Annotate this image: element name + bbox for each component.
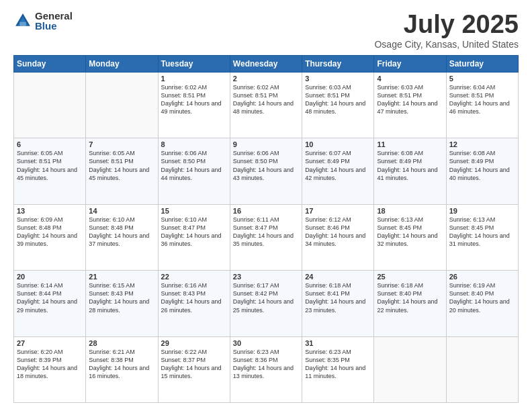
day-number: 22 [161, 273, 227, 281]
calendar-day-header: Tuesday [158, 55, 230, 72]
day-number: 23 [233, 273, 299, 281]
calendar-day-header: Thursday [302, 55, 374, 72]
day-number: 21 [89, 273, 154, 281]
calendar-cell: 29Sunrise: 6:22 AMSunset: 8:37 PMDayligh… [158, 336, 230, 402]
page: General Blue July 2025 Osage City, Kansa… [0, 0, 532, 411]
calendar-cell: 10Sunrise: 6:07 AMSunset: 8:49 PMDayligh… [302, 138, 374, 204]
day-number: 27 [17, 339, 83, 347]
day-number: 13 [17, 207, 83, 215]
logo: General Blue [13, 11, 73, 31]
calendar-cell: 25Sunrise: 6:18 AMSunset: 8:40 PMDayligh… [374, 271, 446, 336]
cell-details: Sunrise: 6:03 AMSunset: 8:51 PMDaylight:… [377, 83, 443, 116]
calendar-cell: 11Sunrise: 6:08 AMSunset: 8:49 PMDayligh… [374, 138, 446, 204]
cell-details: Sunrise: 6:10 AMSunset: 8:47 PMDaylight:… [161, 216, 227, 248]
calendar-cell: 28Sunrise: 6:21 AMSunset: 8:38 PMDayligh… [86, 336, 158, 402]
day-number: 5 [449, 75, 515, 83]
logo-general: General [35, 11, 73, 21]
cell-details: Sunrise: 6:04 AMSunset: 8:51 PMDaylight:… [449, 83, 515, 116]
calendar-day-header: Friday [374, 55, 446, 72]
day-number: 3 [305, 75, 371, 83]
calendar-cell: 18Sunrise: 6:13 AMSunset: 8:45 PMDayligh… [374, 204, 446, 270]
cell-details: Sunrise: 6:02 AMSunset: 8:51 PMDaylight:… [161, 83, 227, 116]
subtitle: Osage City, Kansas, United States [374, 39, 519, 50]
cell-details: Sunrise: 6:11 AMSunset: 8:47 PMDaylight:… [233, 216, 299, 248]
day-number: 19 [449, 207, 515, 215]
day-number: 24 [305, 273, 371, 281]
calendar-cell: 4Sunrise: 6:03 AMSunset: 8:51 PMDaylight… [374, 72, 446, 138]
day-number: 12 [449, 140, 515, 148]
calendar-cell: 15Sunrise: 6:10 AMSunset: 8:47 PMDayligh… [158, 204, 230, 270]
calendar-day-header: Saturday [446, 55, 518, 72]
cell-details: Sunrise: 6:15 AMSunset: 8:43 PMDaylight:… [89, 281, 154, 314]
svg-rect-2 [19, 22, 26, 26]
cell-details: Sunrise: 6:03 AMSunset: 8:51 PMDaylight:… [305, 83, 371, 116]
calendar-cell: 13Sunrise: 6:09 AMSunset: 8:48 PMDayligh… [14, 204, 86, 270]
cell-details: Sunrise: 6:20 AMSunset: 8:39 PMDaylight:… [17, 348, 83, 381]
calendar-day-header: Wednesday [230, 55, 302, 72]
day-number: 18 [377, 207, 443, 215]
calendar-cell: 8Sunrise: 6:06 AMSunset: 8:50 PMDaylight… [158, 138, 230, 204]
day-number: 1 [161, 75, 227, 83]
cell-details: Sunrise: 6:19 AMSunset: 8:40 PMDaylight:… [449, 281, 515, 314]
calendar-cell: 7Sunrise: 6:05 AMSunset: 8:51 PMDaylight… [86, 138, 158, 204]
calendar-cell: 19Sunrise: 6:13 AMSunset: 8:45 PMDayligh… [446, 204, 518, 270]
calendar-cell: 17Sunrise: 6:12 AMSunset: 8:46 PMDayligh… [302, 204, 374, 270]
cell-details: Sunrise: 6:05 AMSunset: 8:51 PMDaylight:… [89, 149, 154, 182]
day-number: 14 [89, 207, 154, 215]
calendar-cell: 31Sunrise: 6:23 AMSunset: 8:35 PMDayligh… [302, 336, 374, 402]
calendar-cell [14, 72, 86, 138]
day-number: 31 [305, 339, 371, 347]
cell-details: Sunrise: 6:02 AMSunset: 8:51 PMDaylight:… [233, 83, 299, 116]
day-number: 2 [233, 75, 299, 83]
cell-details: Sunrise: 6:08 AMSunset: 8:49 PMDaylight:… [449, 149, 515, 182]
cell-details: Sunrise: 6:13 AMSunset: 8:45 PMDaylight:… [449, 216, 515, 248]
calendar-table: SundayMondayTuesdayWednesdayThursdayFrid… [13, 55, 519, 403]
cell-details: Sunrise: 6:06 AMSunset: 8:50 PMDaylight:… [161, 149, 227, 182]
day-number: 11 [377, 140, 443, 148]
calendar-cell: 5Sunrise: 6:04 AMSunset: 8:51 PMDaylight… [446, 72, 518, 138]
calendar-cell [86, 72, 158, 138]
day-number: 16 [233, 207, 299, 215]
calendar-cell: 9Sunrise: 6:06 AMSunset: 8:50 PMDaylight… [230, 138, 302, 204]
day-number: 6 [17, 140, 83, 148]
calendar-header-row: SundayMondayTuesdayWednesdayThursdayFrid… [14, 55, 519, 72]
logo-blue: Blue [35, 21, 73, 31]
cell-details: Sunrise: 6:22 AMSunset: 8:37 PMDaylight:… [161, 348, 227, 381]
day-number: 25 [377, 273, 443, 281]
calendar-cell: 21Sunrise: 6:15 AMSunset: 8:43 PMDayligh… [86, 271, 158, 336]
day-number: 17 [305, 207, 371, 215]
calendar-week-row: 27Sunrise: 6:20 AMSunset: 8:39 PMDayligh… [14, 336, 519, 402]
day-number: 8 [161, 140, 227, 148]
calendar-cell: 27Sunrise: 6:20 AMSunset: 8:39 PMDayligh… [14, 336, 86, 402]
calendar-cell: 14Sunrise: 6:10 AMSunset: 8:48 PMDayligh… [86, 204, 158, 270]
calendar-cell: 2Sunrise: 6:02 AMSunset: 8:51 PMDaylight… [230, 72, 302, 138]
day-number: 4 [377, 75, 443, 83]
logo-icon [13, 11, 32, 30]
cell-details: Sunrise: 6:17 AMSunset: 8:42 PMDaylight:… [233, 281, 299, 314]
cell-details: Sunrise: 6:09 AMSunset: 8:48 PMDaylight:… [17, 216, 83, 248]
calendar-cell: 20Sunrise: 6:14 AMSunset: 8:44 PMDayligh… [14, 271, 86, 336]
day-number: 28 [89, 339, 154, 347]
calendar-week-row: 20Sunrise: 6:14 AMSunset: 8:44 PMDayligh… [14, 271, 519, 336]
cell-details: Sunrise: 6:06 AMSunset: 8:50 PMDaylight:… [233, 149, 299, 182]
logo-text: General Blue [35, 11, 73, 31]
calendar-week-row: 1Sunrise: 6:02 AMSunset: 8:51 PMDaylight… [14, 72, 519, 138]
calendar-cell [374, 336, 446, 402]
calendar-cell: 23Sunrise: 6:17 AMSunset: 8:42 PMDayligh… [230, 271, 302, 336]
calendar-week-row: 13Sunrise: 6:09 AMSunset: 8:48 PMDayligh… [14, 204, 519, 270]
cell-details: Sunrise: 6:08 AMSunset: 8:49 PMDaylight:… [377, 149, 443, 182]
day-number: 30 [233, 339, 299, 347]
day-number: 29 [161, 339, 227, 347]
calendar-week-row: 6Sunrise: 6:05 AMSunset: 8:51 PMDaylight… [14, 138, 519, 204]
cell-details: Sunrise: 6:21 AMSunset: 8:38 PMDaylight:… [89, 348, 154, 381]
cell-details: Sunrise: 6:05 AMSunset: 8:51 PMDaylight:… [17, 149, 83, 182]
cell-details: Sunrise: 6:13 AMSunset: 8:45 PMDaylight:… [377, 216, 443, 248]
calendar-cell: 26Sunrise: 6:19 AMSunset: 8:40 PMDayligh… [446, 271, 518, 336]
cell-details: Sunrise: 6:07 AMSunset: 8:49 PMDaylight:… [305, 149, 371, 182]
day-number: 7 [89, 140, 154, 148]
main-title: July 2025 [374, 11, 519, 39]
cell-details: Sunrise: 6:12 AMSunset: 8:46 PMDaylight:… [305, 216, 371, 248]
cell-details: Sunrise: 6:18 AMSunset: 8:40 PMDaylight:… [377, 281, 443, 314]
day-number: 10 [305, 140, 371, 148]
day-number: 20 [17, 273, 83, 281]
